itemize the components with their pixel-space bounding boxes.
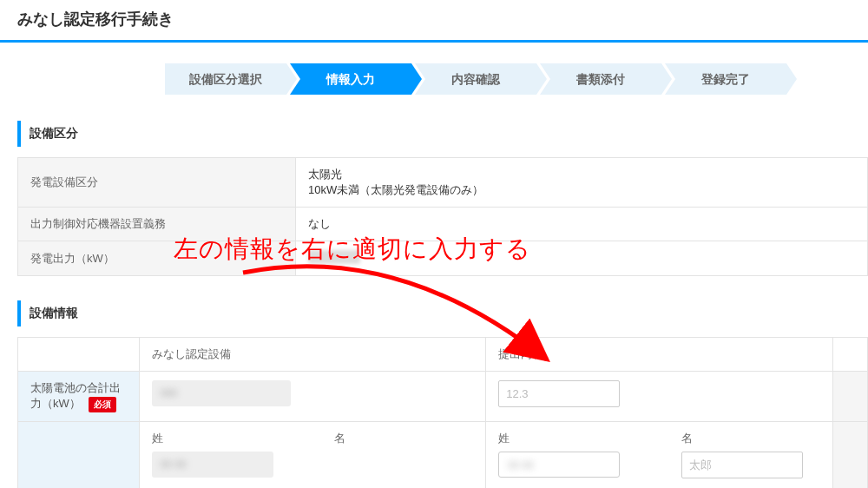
input-mei[interactable] [681, 452, 803, 478]
row-label-total-output: 太陽電池の合計出力（kW） 必須 [18, 372, 140, 422]
blurred-sei: xx xx [152, 452, 273, 478]
annotation-text: 左の情報を右に適切に入力する [174, 233, 531, 266]
cell-extra-2 [833, 422, 868, 489]
stepper: 設備区分選択 情報入力 内容確認 書類添付 登録完了 [0, 43, 868, 115]
step-3: 内容確認 [415, 63, 536, 95]
step-4: 書類添付 [540, 63, 661, 95]
detail-header-right: 提出内容 [486, 338, 833, 372]
label-mei-r: 名 [681, 431, 820, 446]
cell-extra [833, 372, 868, 422]
detail-header-left: みなし認定設備 [139, 338, 485, 372]
required-badge: 必須 [89, 397, 116, 412]
step-2: 情報入力 [290, 63, 411, 95]
detail-header-extra [833, 338, 868, 372]
row-label-gen-type: 発電設備区分 [18, 158, 296, 208]
section-equipment-category-title: 設備区分 [17, 121, 868, 147]
row-value-gen-type: 太陽光 10kW未満（太陽光発電設備のみ） [296, 158, 868, 208]
step-1: 設備区分選択 [165, 63, 286, 95]
cell-name-left: 姓 xx xx 名 [139, 422, 485, 489]
input-total-output[interactable] [498, 380, 620, 407]
blurred-readonly-value: xxx [152, 380, 291, 406]
label-mei: 名 [334, 431, 473, 446]
page-title: みなし認定移行手続き [0, 0, 868, 43]
step-5: 登録完了 [665, 63, 786, 95]
row-label-installer-name: 設置者氏名 必須 [18, 422, 140, 489]
cell-total-output-left: xxx [139, 372, 485, 422]
cell-total-output-right [486, 372, 833, 422]
label-sei-r: 姓 [498, 431, 637, 446]
cell-name-right: 姓 xx xx 名 [486, 422, 833, 489]
section-equipment-info-title: 設備情報 [17, 300, 868, 326]
blurred-sei-input[interactable]: xx xx [498, 452, 620, 478]
label-sei: 姓 [152, 431, 291, 446]
equipment-info-table: みなし認定設備 提出内容 太陽電池の合計出力（kW） 必須 xxx 設置者氏名 … [17, 337, 868, 488]
detail-corner [18, 338, 140, 372]
